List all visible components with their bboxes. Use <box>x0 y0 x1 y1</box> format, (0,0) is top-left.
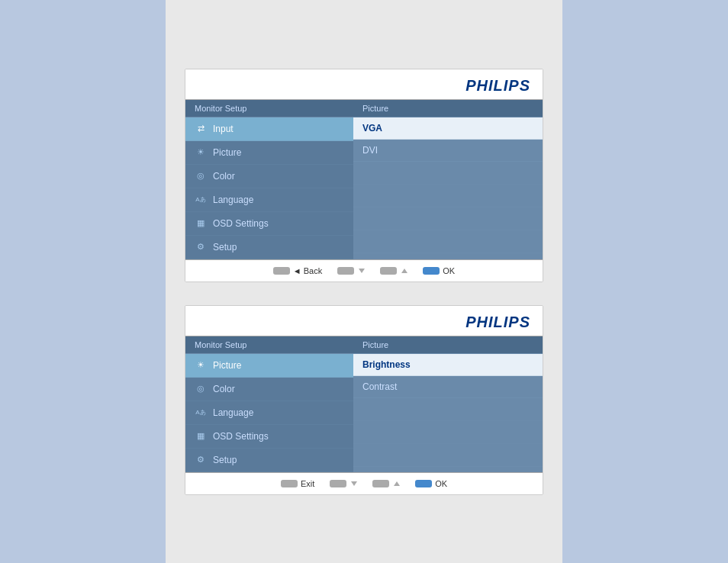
osd1-picture-label: Picture <box>213 147 241 158</box>
osd2-col-header-right: Picture <box>353 336 543 354</box>
up-arrow-1 <box>401 269 407 273</box>
osd2-menu-color[interactable]: Color <box>185 378 353 401</box>
osd2-sub-brightness[interactable]: Brightness <box>353 354 543 376</box>
right-panel <box>562 0 646 563</box>
osd1-sub-dvi[interactable]: DVI <box>353 140 543 162</box>
osd1-setup-label: Setup <box>213 242 237 253</box>
osd2-menu-setup[interactable]: Setup <box>185 449 353 472</box>
osd2-language-label: Language <box>213 407 253 418</box>
color-icon-2 <box>195 383 207 395</box>
osd2-exit-label: Exit <box>301 479 314 488</box>
osd1-menu-setup[interactable]: Setup <box>185 236 353 259</box>
osd1-language-label: Language <box>213 195 253 205</box>
osd1-osd-label: OSD Settings <box>213 218 269 229</box>
osd1-menu-osd-settings[interactable]: OSD Settings <box>185 212 353 236</box>
osd2-sub-contrast[interactable]: Contrast <box>353 376 543 398</box>
osd2-btn-down[interactable] <box>330 480 357 487</box>
osd1-color-label: Color <box>213 171 235 182</box>
picture-icon-2 <box>195 359 207 372</box>
osd2-exit-indicator <box>281 480 298 487</box>
osd2-menu-picture[interactable]: Picture <box>185 354 353 378</box>
setup-icon-2 <box>195 454 207 466</box>
osd1-col-header-right: Picture <box>353 100 543 117</box>
osd-right-1: Picture VGA DVI <box>353 100 543 259</box>
osd2-col-header-left: Monitor Setup <box>185 336 353 354</box>
osd2-down-indicator <box>330 480 346 487</box>
osd1-menu-color[interactable]: Color <box>185 165 353 188</box>
osd2-color-label: Color <box>213 384 235 394</box>
osd-left-2: Monitor Setup Picture Color Language <box>185 336 353 472</box>
osd-header-1: PHILIPS <box>185 69 543 100</box>
down-arrow-2 <box>351 481 357 486</box>
osd-columns-1: Monitor Setup Input Picture Color <box>185 100 543 259</box>
page-wrapper: PHILIPS Monitor Setup Input Picture C <box>0 0 728 563</box>
osd2-ok-label: OK <box>435 479 447 488</box>
osd1-empty-3 <box>353 208 543 230</box>
osd1-empty-1 <box>353 162 543 185</box>
philips-logo-1: PHILIPS <box>465 77 530 95</box>
osd1-empty-2 <box>353 185 543 208</box>
osd-columns-2: Monitor Setup Picture Color Language <box>185 336 543 472</box>
osd1-empty-4 <box>353 230 543 253</box>
osd1-back-indicator <box>273 267 290 275</box>
osd-box-1: PHILIPS Monitor Setup Input Picture C <box>185 69 543 282</box>
osd2-menu-osd-settings[interactable]: OSD Settings <box>185 425 353 449</box>
osd1-ok-label: OK <box>443 266 455 275</box>
osd2-empty-3 <box>353 444 543 467</box>
osd1-input-label: Input <box>213 124 234 134</box>
osd2-empty-2 <box>353 421 543 444</box>
osd2-btn-up[interactable] <box>372 480 400 487</box>
osd2-picture-label: Picture <box>213 360 241 371</box>
philips-logo-2: PHILIPS <box>465 314 530 331</box>
picture-icon-1 <box>195 146 207 159</box>
language-icon-1 <box>195 194 207 206</box>
osd2-btn-ok[interactable]: OK <box>415 479 447 488</box>
input-icon <box>195 123 207 135</box>
osd-left-1: Monitor Setup Input Picture Color <box>185 100 353 259</box>
osd2-footer: Exit OK <box>185 472 543 494</box>
osd-icon-1 <box>195 217 207 230</box>
osd2-up-indicator <box>372 480 389 487</box>
osd1-ok-indicator <box>423 267 440 275</box>
up-arrow-2 <box>394 481 400 486</box>
osd1-up-indicator <box>380 267 397 275</box>
language-icon-2 <box>195 407 207 419</box>
center-column: PHILIPS Monitor Setup Input Picture C <box>166 0 562 563</box>
osd1-menu-picture[interactable]: Picture <box>185 141 353 165</box>
osd2-btn-exit[interactable]: Exit <box>281 479 314 488</box>
osd2-ok-indicator <box>415 480 432 487</box>
osd1-menu-input[interactable]: Input <box>185 117 353 141</box>
osd1-btn-up[interactable] <box>380 267 407 275</box>
osd-header-2: PHILIPS <box>185 306 543 336</box>
osd1-down-indicator <box>337 267 354 275</box>
osd2-setup-label: Setup <box>213 455 237 465</box>
left-panel <box>82 0 166 563</box>
setup-icon-1 <box>195 241 207 253</box>
osd1-menu-language[interactable]: Language <box>185 188 353 212</box>
osd-icon-2 <box>195 430 207 442</box>
osd2-empty-1 <box>353 398 543 421</box>
osd-right-2: Picture Brightness Contrast <box>353 336 543 472</box>
color-icon-1 <box>195 170 207 182</box>
down-arrow-1 <box>359 269 365 273</box>
osd1-back-label: ◄ Back <box>293 266 322 275</box>
osd1-sub-vga[interactable]: VGA <box>353 117 543 140</box>
osd2-menu-language[interactable]: Language <box>185 401 353 425</box>
osd1-col-header-left: Monitor Setup <box>185 100 353 117</box>
osd-box-2: PHILIPS Monitor Setup Picture Color L <box>185 305 543 495</box>
osd1-footer: ◄ Back OK <box>185 259 543 282</box>
osd1-btn-ok[interactable]: OK <box>423 266 455 275</box>
osd1-btn-back[interactable]: ◄ Back <box>273 266 322 275</box>
osd2-osd-label: OSD Settings <box>213 431 269 442</box>
osd1-btn-down[interactable] <box>337 267 365 275</box>
